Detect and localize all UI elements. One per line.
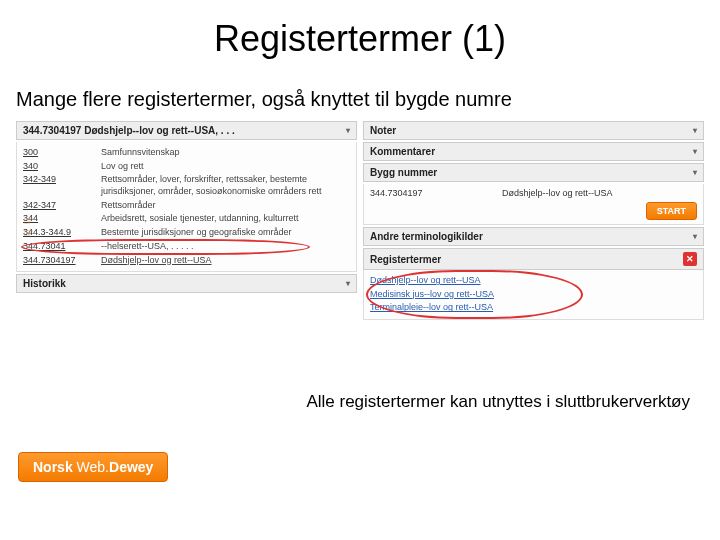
close-icon[interactable]: ✕ — [683, 252, 697, 266]
register-term[interactable]: Medisinsk jus--lov og rett--USA — [370, 288, 697, 302]
chevron-down-icon: ▾ — [346, 279, 350, 288]
slide-footnote: Alle registertermer kan utnyttes i slutt… — [306, 392, 690, 412]
bygg-label: Bygg nummer — [370, 167, 437, 178]
kommentarer-label: Kommentarer — [370, 146, 435, 157]
chevron-down-icon: ▾ — [346, 126, 350, 135]
historikk-header[interactable]: Historikk ▾ — [16, 274, 357, 293]
class-row[interactable]: 342-349Rettsområder, lover, forskrifter,… — [23, 173, 350, 198]
kommentarer-header[interactable]: Kommentarer ▾ — [363, 142, 704, 161]
brand-part-c: Dewey — [109, 459, 153, 475]
registertermer-label: Registertermer — [370, 254, 441, 265]
classification-header[interactable]: 344.7304197 Dødshjelp--lov og rett--USA,… — [16, 121, 357, 140]
kilder-header[interactable]: Andre terminologikilder ▾ — [363, 227, 704, 246]
app-screenshot: 344.7304197 Dødshjelp--lov og rett--USA,… — [16, 121, 704, 320]
slide-title: Registertermer (1) — [0, 18, 720, 60]
bygg-body: 344.7304197 Dødshjelp--lov og rett--USA … — [363, 184, 704, 225]
register-term[interactable]: Terminalpleie--lov og rett--USA — [370, 301, 697, 315]
bygg-header[interactable]: Bygg nummer ▾ — [363, 163, 704, 182]
chevron-down-icon: ▾ — [693, 147, 697, 156]
noter-header[interactable]: Noter ▾ — [363, 121, 704, 140]
class-row[interactable]: 344Arbeidsrett, sosiale tjenester, utdan… — [23, 212, 350, 226]
class-row[interactable]: 344.7304197Dødshjelp--lov og rett--USA — [23, 254, 350, 268]
chevron-down-icon: ▾ — [693, 232, 697, 241]
classification-body: ☞ ☞ 300Samfunnsvitenskap 340Lov og rett … — [16, 142, 357, 272]
historikk-label: Historikk — [23, 278, 66, 289]
class-row[interactable]: 300Samfunnsvitenskap — [23, 146, 350, 160]
class-row[interactable]: 340Lov og rett — [23, 160, 350, 174]
pointer-icon: ☞ — [23, 226, 37, 240]
register-term[interactable]: Dødshjelp--lov og rett--USA — [370, 274, 697, 288]
classification-title: 344.7304197 Dødshjelp--lov og rett--USA,… — [23, 125, 235, 136]
bygg-code: 344.7304197 — [370, 188, 490, 198]
chevron-down-icon: ▾ — [693, 126, 697, 135]
class-row[interactable]: 342-347Rettsområder — [23, 199, 350, 213]
slide-subtitle: Mange flere registertermer, også knyttet… — [16, 88, 720, 111]
brand-part-a: Norsk — [33, 459, 77, 475]
right-pane: Noter ▾ Kommentarer ▾ Bygg nummer ▾ 344.… — [363, 121, 704, 320]
registertermer-header[interactable]: Registertermer ✕ — [363, 248, 704, 270]
start-button[interactable]: START — [646, 202, 697, 220]
brand-part-b: Web. — [77, 459, 109, 475]
class-row[interactable]: 344.3-344.9Bestemte jurisdiksjoner og ge… — [23, 226, 350, 240]
kilder-label: Andre terminologikilder — [370, 231, 483, 242]
brand-badge: Norsk Web.Dewey — [18, 452, 168, 482]
chevron-down-icon: ▾ — [693, 168, 697, 177]
left-pane: 344.7304197 Dødshjelp--lov og rett--USA,… — [16, 121, 357, 320]
bygg-desc: Dødshjelp--lov og rett--USA — [502, 188, 697, 198]
noter-label: Noter — [370, 125, 396, 136]
class-row-highlighted[interactable]: 344.73041--helserett--USA, . . . . . — [23, 240, 350, 254]
registertermer-body: Dødshjelp--lov og rett--USA Medisinsk ju… — [363, 270, 704, 320]
